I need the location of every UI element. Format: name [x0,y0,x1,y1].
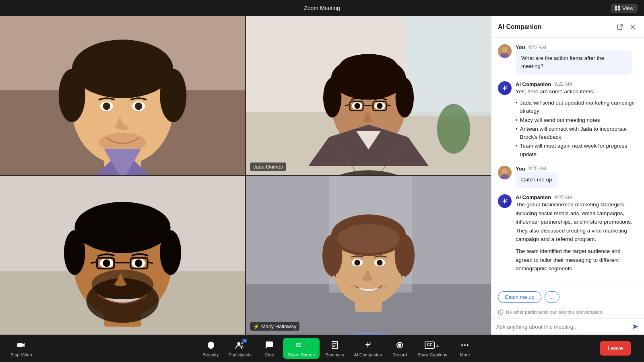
video-camera-icon [17,340,26,350]
svg-point-23 [339,54,398,79]
svg-point-75 [500,311,501,311]
svg-point-78 [241,343,243,345]
action-item-1: Jada will send out updated marketing cam… [516,99,638,115]
record-label: Record [392,352,407,357]
message-time-1: 9:22 AM [528,45,546,50]
ai-companion-button[interactable]: AI Companion [350,338,386,359]
action-item-4: Team will meet again next week for progr… [516,142,638,158]
message-bubble-1: What are the action items after the meet… [516,50,632,75]
top-bar: Zoom Meeting View [0,0,644,16]
show-captions-button[interactable]: CC ▲ Show Captions [413,338,451,359]
ai-paragraph-4-1: The group brainstormed marketing strateg… [516,200,638,244]
svg-point-72 [502,168,508,174]
video-cell-3 [0,176,245,335]
bottom-toolbar: Stop Video Security [0,335,644,362]
view-button[interactable]: View [611,4,638,13]
external-link-button[interactable] [615,22,625,32]
catch-up-bubble: Catch me up [516,172,558,188]
chat-input-area [491,318,644,335]
toolbar-right: Leave [600,341,631,356]
security-button[interactable]: Security [199,338,223,359]
user-face-svg-2 [498,166,512,179]
security-label: Security [203,352,219,357]
ai-spark-icon-1 [501,84,509,92]
ai-companion-label: AI Companion [354,352,382,357]
user-face-svg-1 [498,44,512,58]
participants-icon: 2 [234,339,246,351]
leave-button[interactable]: Leave [600,341,631,356]
video-cell-4: ⚡ Macy Halloway [246,176,491,335]
summary-label: Summary [325,352,344,357]
name-tag-jada: Jada Grimes [250,162,286,171]
message-header-2: AI Companion 9:22 AM [516,81,638,87]
message-group-2: AI Companion 9:22 AM Yes, here are some … [498,81,638,159]
close-panel-button[interactable] [628,22,638,32]
svg-point-69 [502,47,508,53]
message-group-1: You 9:22 AM What are the action items af… [498,44,638,75]
stop-video-icon [16,339,27,351]
video-feed-2 [246,16,491,175]
security-icon [205,339,217,351]
catch-me-up-suggestion[interactable]: Catch me up [498,291,541,303]
meeting-title: Zoom Meeting [304,5,340,11]
show-captions-icon: CC ▲ [427,339,438,351]
close-icon [630,24,636,30]
svg-point-21 [323,78,341,117]
message-group-3: You 9:25 AM Catch me up [498,166,638,188]
ai-spark-icon-2 [501,197,509,205]
message-header-3: You 9:25 AM [516,166,638,172]
svg-point-38 [74,202,170,253]
participants-button[interactable]: 2 Participants [225,338,256,359]
avatar-user-2 [498,166,512,179]
svg-point-63 [354,260,360,265]
grid-icon [615,6,620,10]
more-button[interactable]: More [453,338,477,359]
summary-icon [329,339,341,351]
stop-video-button[interactable]: Stop Video [6,338,36,359]
message-time-3: 9:25 AM [528,166,546,171]
message-sender-1: You [516,44,525,50]
send-button[interactable] [631,323,639,331]
message-row-3: You 9:25 AM Catch me up [498,166,638,188]
message-group-4: AI Companion 9:25 AM The group brainstor… [498,194,638,276]
message-text-3: Catch me up [521,177,552,183]
share-screen-label: Share Screen [288,352,315,357]
person-svg-4 [246,176,491,335]
chat-input-field[interactable] [496,324,628,330]
message-row-1: You 9:22 AM What are the action items af… [498,44,638,75]
summary-button[interactable]: Summary [321,338,348,359]
action-item-2: Macy will send out meeting notes [516,116,638,124]
person-svg-3 [0,176,245,335]
record-button[interactable]: Record [388,338,412,359]
privacy-note: No other participants can see this conve… [491,306,644,318]
svg-point-86 [461,344,463,346]
chat-messages: You 9:22 AM What are the action items af… [491,38,644,288]
message-sender-2: AI Companion [516,81,551,87]
person-svg-2 [246,16,491,175]
svg-point-87 [464,344,466,346]
message-time-4: 9:25 AM [554,195,572,200]
participant-name-jada: Jada Grimes [253,164,283,170]
svg-point-66 [350,285,353,288]
message-sender-3: You [516,166,525,172]
message-row-2: AI Companion 9:22 AM Yes, here are some … [498,81,638,159]
participants-label: Participants [229,352,252,357]
video-feed-4 [246,176,491,335]
more-suggestions-button[interactable]: ... [545,291,559,303]
ai-response-4: The group brainstormed marketing strateg… [516,200,638,273]
privacy-text: No other participants can see this conve… [506,310,602,315]
video-cell-1 [0,16,245,175]
record-icon [394,339,405,351]
stop-video-label: Stop Video [10,352,32,357]
share-screen-button[interactable]: ▲ Share Screen [283,338,320,359]
user-avatar-image-2 [498,166,512,179]
suggested-actions: Catch me up ... [491,288,644,306]
video-feed-1 [0,16,245,175]
action-item-3: Antwan will connect with Jada to incorpo… [516,125,638,142]
ai-companion-icon [362,339,374,351]
toolbar-center: Security 2 Participants [199,338,477,359]
svg-point-6 [59,69,85,122]
ai-panel-header: AI Companion [491,16,644,38]
svg-point-22 [396,78,414,117]
chat-button[interactable]: Chat [257,338,281,359]
